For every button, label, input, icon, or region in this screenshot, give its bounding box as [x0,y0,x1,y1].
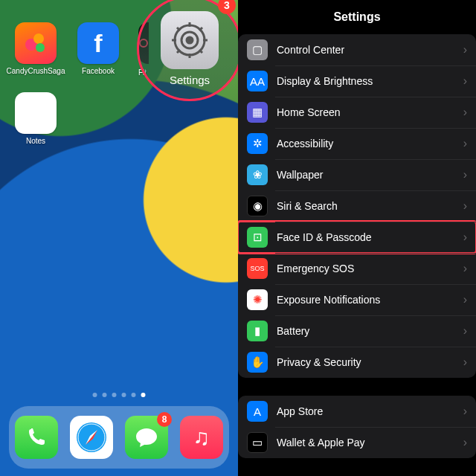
settings-row-battery[interactable]: ▮Battery› [238,315,476,347]
settings-row-label: App Store [277,405,463,417]
toggles-icon: ▢ [247,39,268,60]
exposure-icon: ✺ [247,289,268,310]
page-dot[interactable] [112,393,117,397]
app-notes[interactable]: Notes [13,92,58,145]
page-dot[interactable] [93,393,97,397]
chevron-right-icon: › [463,405,467,418]
wallet-icon: ▭ [247,432,268,453]
settings-row-label: Siri & Search [277,200,463,212]
settings-icon [161,11,219,69]
grid-icon: ▦ [247,102,268,123]
settings-group: AApp Store›▭Wallet & Apple Pay› [238,396,476,458]
hand-icon: ✋ [247,352,268,373]
settings-row-label: Face ID & Passcode [277,231,463,243]
settings-row-accessibility[interactable]: ✲Accessibility› [238,128,476,159]
chevron-right-icon: › [463,168,467,181]
settings-row-sos[interactable]: SOSEmergency SOS› [238,253,476,284]
page-dot[interactable] [103,393,107,397]
settings-row-home-screen[interactable]: ▦Home Screen› [238,97,476,128]
settings-row-appstore[interactable]: AApp Store› [238,396,476,427]
app-label: CandyCrushSaga [7,67,65,75]
chevron-right-icon: › [463,137,467,150]
flower-icon: ❀ [247,164,268,185]
dock: 8 ♫ [9,406,229,469]
settings-row-display[interactable]: AADisplay & Brightness› [238,65,476,97]
settings-title: Settings [238,0,476,34]
sos-icon: SOS [247,258,268,279]
page-dot[interactable] [141,393,146,397]
music-app[interactable]: ♫ [180,416,223,459]
chevron-right-icon: › [463,199,467,213]
page-indicator[interactable] [93,393,146,397]
chevron-right-icon: › [463,436,467,449]
app-candycrush[interactable]: CandyCrushSaga [13,22,58,75]
settings-row-privacy[interactable]: ✋Privacy & Security› [238,347,476,378]
page-dot[interactable] [132,393,136,397]
app-label: Settings [170,74,210,86]
chevron-right-icon: › [463,356,467,369]
siri-icon: ◉ [247,196,268,216]
messages-app[interactable]: 8 [125,416,168,459]
settings-row-wallpaper[interactable]: ❀Wallpaper› [238,159,476,190]
settings-row-control-center[interactable]: ▢Control Center› [238,34,476,65]
text-size-icon: AA [247,71,268,91]
settings-row-label: Control Center [277,44,463,56]
faceid-icon: ⊡ [247,227,268,248]
battery-icon: ▮ [247,321,268,341]
settings-app-highlight[interactable]: 3 Settings [137,0,238,101]
notification-badge: 8 [157,412,172,427]
settings-group: ▢Control Center›AADisplay & Brightness›▦… [238,34,476,378]
chevron-right-icon: › [463,231,467,244]
settings-row-label: Accessibility [277,138,463,149]
settings-row-label: Wallpaper [277,169,463,181]
safari-app[interactable] [70,416,113,459]
phone-app[interactable] [15,416,58,459]
settings-row-label: Battery [277,325,463,337]
settings-list[interactable]: ▢Control Center›AADisplay & Brightness›▦… [238,34,476,476]
settings-row-siri[interactable]: ◉Siri & Search› [238,190,476,222]
appstore-icon: A [247,401,268,422]
home-apps-row-2: Notes [13,92,58,145]
settings-row-wallet[interactable]: ▭Wallet & Apple Pay› [238,427,476,458]
settings-row-label: Privacy & Security [277,356,463,368]
accessibility-icon: ✲ [247,133,268,154]
iphone-home-screen: CandyCrushSaga f Facebook Fit Notes 3 [0,0,238,476]
notes-icon [15,92,57,134]
page-dot[interactable] [122,393,126,397]
app-label: Notes [26,137,45,145]
svg-point-1 [33,33,44,44]
settings-row-label: Emergency SOS [277,263,463,274]
facebook-icon: f [77,22,119,64]
settings-row-label: Home Screen [277,106,463,118]
app-label: Facebook [82,67,115,75]
settings-row-faceid[interactable]: ⊡Face ID & Passcode› [238,222,476,253]
chevron-right-icon: › [463,262,467,275]
app-facebook[interactable]: f Facebook [76,22,120,75]
chevron-right-icon: › [463,293,467,306]
chevron-right-icon: › [463,43,467,57]
chevron-right-icon: › [463,106,467,119]
home-apps-row: CandyCrushSaga f Facebook [13,22,120,75]
svg-point-2 [36,43,45,52]
settings-row-label: Wallet & Apple Pay [277,437,463,448]
svg-point-6 [187,37,193,43]
settings-row-label: Exposure Notifications [277,294,463,306]
settings-row-label: Display & Brightness [277,75,463,87]
chevron-right-icon: › [463,324,467,338]
candycrush-icon [15,22,57,64]
settings-screen: Settings ▢Control Center›AADisplay & Bri… [238,0,476,476]
chevron-right-icon: › [463,74,467,88]
settings-row-exposure[interactable]: ✺Exposure Notifications› [238,284,476,315]
